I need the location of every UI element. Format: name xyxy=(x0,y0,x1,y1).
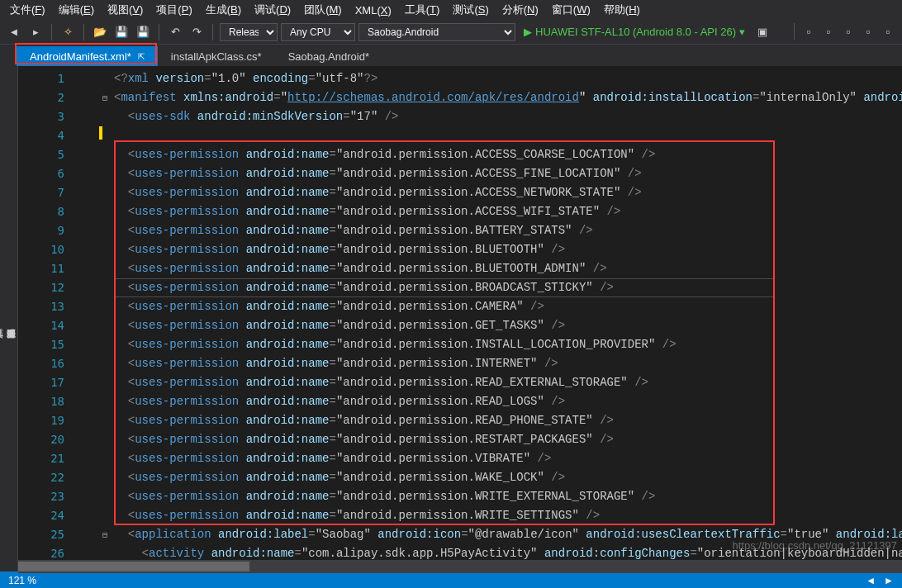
config-select[interactable]: Release xyxy=(220,23,278,41)
extension-icon[interactable]: ▫ xyxy=(800,23,818,41)
watermark-text: https://blog.csdn.net/qq_21121397 xyxy=(733,539,898,552)
debug-target-label: HUAWEI STF-AL10 (Android 8.0 - API 26) xyxy=(535,26,736,38)
code-line[interactable]: <uses-permission android:name="android.p… xyxy=(114,449,902,468)
code-line[interactable]: <uses-permission android:name="android.p… xyxy=(114,278,902,297)
undo-icon[interactable]: ↶ xyxy=(166,23,184,41)
code-line[interactable]: <uses-permission android:name="android.p… xyxy=(114,468,902,487)
code-content[interactable]: <?xml version="1.0" encoding="utf-8"?><m… xyxy=(114,69,902,563)
separator xyxy=(159,24,159,40)
nav-fwd-icon[interactable]: ▸ xyxy=(26,23,45,41)
pin-icon[interactable]: ⇱ xyxy=(138,52,145,61)
start-debug-button[interactable]: ▶ HUAWEI STF-AL10 (Android 8.0 - API 26)… xyxy=(519,26,750,38)
code-line[interactable]: <uses-sdk android:minSdkVersion="17" /> xyxy=(114,107,902,126)
caret-indicator xyxy=(99,126,102,140)
code-line[interactable]: <?xml version="1.0" encoding="utf-8"?> xyxy=(114,69,902,88)
code-line[interactable]: <uses-permission android:name="android.p… xyxy=(114,164,902,183)
code-line[interactable]: <uses-permission android:name="android.p… xyxy=(114,316,902,335)
code-line[interactable] xyxy=(114,126,902,145)
menu-bar: 文件(F)编辑(E)视图(V)项目(P)生成(B)调试(D)团队(M)XML(X… xyxy=(0,0,902,20)
code-line[interactable]: <uses-permission android:name="android.p… xyxy=(114,297,902,316)
fold-gutter[interactable]: ⊟⊟ xyxy=(99,66,111,563)
code-line[interactable]: <uses-permission android:name="android.p… xyxy=(114,221,902,240)
document-tab[interactable]: installApkClass.cs* xyxy=(158,46,275,66)
toolbar: ◄ ▸ ✧ 📂 💾 💾 ↶ ↷ Release Any CPU Saobag.A… xyxy=(0,20,902,45)
menu-item[interactable]: 窗口(W) xyxy=(545,1,597,19)
code-editor[interactable]: 1234567891011121314151617181920212223242… xyxy=(18,66,902,571)
code-line[interactable]: <uses-permission android:name="android.p… xyxy=(114,373,902,392)
menu-item[interactable]: 帮助(H) xyxy=(597,1,647,19)
code-line[interactable]: <uses-permission android:name="android.p… xyxy=(114,335,902,354)
device-icon[interactable]: ▣ xyxy=(753,23,771,41)
code-line[interactable]: <uses-permission android:name="android.p… xyxy=(114,354,902,373)
menu-item[interactable]: 测试(S) xyxy=(446,1,495,19)
save-icon[interactable]: 💾 xyxy=(112,23,131,41)
extension-icon[interactable]: ▫ xyxy=(839,23,857,41)
menu-item[interactable]: 视图(V) xyxy=(101,1,150,19)
document-tabs: AndroidManifest.xml*⇱installApkClass.cs*… xyxy=(0,45,902,66)
code-line[interactable]: <uses-permission android:name="android.p… xyxy=(114,487,902,506)
menu-item[interactable]: XML(X) xyxy=(349,2,398,18)
zoom-level[interactable]: 121 % xyxy=(8,575,36,586)
open-icon[interactable]: 📂 xyxy=(91,23,109,41)
code-line[interactable]: <uses-permission android:name="android.p… xyxy=(114,430,902,449)
new-file-icon[interactable]: ✧ xyxy=(59,23,77,41)
line-number-gutter: 1234567891011121314151617181920212223242… xyxy=(18,66,79,563)
document-tab[interactable]: Saobag.Android* xyxy=(275,46,382,66)
separator xyxy=(794,23,795,40)
redo-icon[interactable]: ↷ xyxy=(188,23,206,41)
extension-icon[interactable]: ▫ xyxy=(859,23,877,41)
horizontal-scrollbar[interactable] xyxy=(18,560,902,573)
code-line[interactable]: <uses-permission android:name="android.p… xyxy=(114,240,902,259)
separator xyxy=(51,24,52,40)
code-line[interactable]: <manifest xmlns:android="http://schemas.… xyxy=(114,88,902,107)
document-tab[interactable]: AndroidManifest.xml*⇱ xyxy=(17,46,158,66)
side-panel: 服务器资源管理器 工具箱 xyxy=(0,66,18,571)
menu-item[interactable]: 工具(T) xyxy=(398,1,447,19)
scroll-arrows[interactable]: ◄ ► xyxy=(866,575,894,586)
code-line[interactable]: <uses-permission android:name="android.p… xyxy=(114,202,902,221)
scrollbar-thumb[interactable] xyxy=(18,562,249,571)
menu-item[interactable]: 编辑(E) xyxy=(52,1,101,19)
code-line[interactable]: <uses-permission android:name="android.p… xyxy=(114,392,902,411)
menu-item[interactable]: 项目(P) xyxy=(150,1,198,19)
menu-item[interactable]: 生成(B) xyxy=(199,1,248,19)
extension-icon[interactable]: ▫ xyxy=(819,23,838,41)
nav-back-icon[interactable]: ◄ xyxy=(5,23,23,41)
code-line[interactable]: <uses-permission android:name="android.p… xyxy=(114,411,902,430)
platform-select[interactable]: Any CPU xyxy=(281,23,355,41)
menu-item[interactable]: 文件(F) xyxy=(3,1,52,19)
separator xyxy=(83,24,84,40)
code-line[interactable]: <uses-permission android:name="android.p… xyxy=(114,506,902,525)
extension-icon[interactable]: ▫ xyxy=(879,23,897,41)
separator xyxy=(212,24,213,40)
status-bar: 121 % ◄ ► xyxy=(0,571,902,588)
code-line[interactable]: <uses-permission android:name="android.p… xyxy=(114,259,902,278)
project-select[interactable]: Saobag.Android xyxy=(358,23,515,41)
code-line[interactable]: <uses-permission android:name="android.p… xyxy=(114,145,902,164)
code-line[interactable]: <uses-permission android:name="android.p… xyxy=(114,183,902,202)
menu-item[interactable]: 调试(D) xyxy=(248,1,297,19)
menu-item[interactable]: 团队(M) xyxy=(297,1,349,19)
save-all-icon[interactable]: 💾 xyxy=(134,23,152,41)
menu-item[interactable]: 分析(N) xyxy=(496,1,545,19)
